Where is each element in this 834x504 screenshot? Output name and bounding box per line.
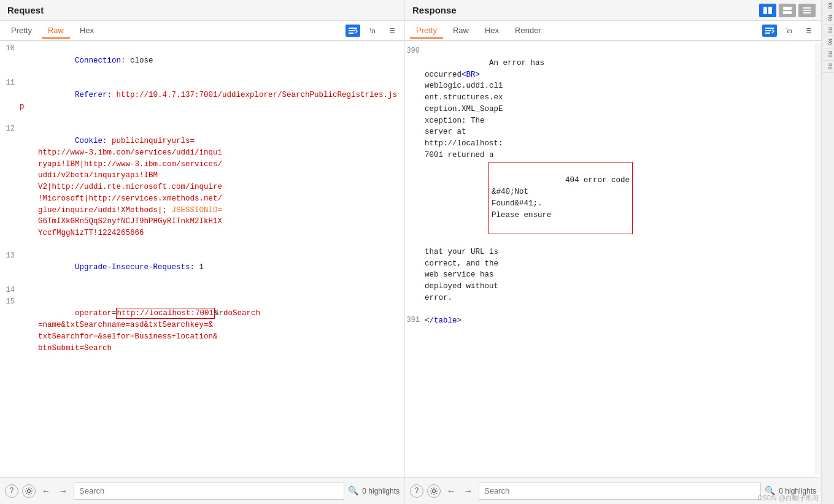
split-horizontal-icon[interactable] [779,4,796,17]
request-search-magnify-icon[interactable]: 🔍 [348,486,358,496]
wrap-icon-request[interactable] [346,25,360,37]
request-help-icon[interactable]: ? [5,484,18,498]
tab-pretty-response[interactable]: Pretty [410,23,443,39]
svg-point-14 [433,489,436,492]
svg-rect-13 [765,32,770,34]
response-settings-icon[interactable] [427,484,441,498]
line-13: 13 Upgrade-Insecure-Requests: 1 [0,251,404,285]
menu-icon-response[interactable]: ≡ [801,25,816,37]
request-toolbar: Pretty Raw Hex \n ≡ [0,21,404,41]
sidebar-item-r-5[interactable]: Re [822,61,834,73]
sidebar-item-r-0[interactable]: Re [822,0,834,12]
request-header: Request [0,0,404,21]
line-14: 14 [0,285,404,297]
request-content: 10 Connection: close 11 Referer: http://… [0,41,404,477]
newline-icon-response[interactable]: \n [782,25,797,37]
tab-raw-response[interactable]: Raw [447,23,475,39]
tab-hex-response[interactable]: Hex [479,23,505,39]
menu-icon-request[interactable]: ≡ [385,25,400,37]
request-settings-icon[interactable] [22,484,36,498]
line-12: 12 Cookie: publicinquiryurls= http://www… [0,124,404,250]
request-forward-btn[interactable]: → [56,484,70,498]
request-back-btn[interactable]: ← [39,484,53,498]
response-forward-btn[interactable]: → [461,484,475,498]
response-lines-area: 390 An error hasoccurred<BR>weblogic.udd… [405,44,815,475]
split-vertical-icon[interactable] [759,4,776,17]
watermark: CSDN @白帽子凯哥 [758,494,819,503]
response-help-icon[interactable]: ? [410,484,423,498]
sidebar-item-r-3[interactable]: Re [822,36,834,48]
menu-icon[interactable] [798,4,816,17]
response-content-390: An error hasoccurred<BR>weblogic.uddi.cl… [425,46,815,315]
response-back-btn[interactable]: ← [444,484,458,498]
svg-rect-6 [803,12,811,13]
svg-rect-12 [765,30,771,31]
svg-point-10 [28,489,31,492]
right-sidebar: Re Re Re Re Re Re [822,0,834,504]
svg-rect-2 [783,7,792,10]
line-11: 11 Referer: http://10.4.7.137:7001/uddie… [0,78,404,124]
response-search-input[interactable] [479,483,761,500]
line-10: 10 Connection: close [0,44,404,78]
response-title: Response [412,5,457,15]
svg-rect-1 [768,7,772,14]
sidebar-item-r-1[interactable]: Re [822,12,834,25]
response-content-391: </table> [425,315,815,327]
response-content: 390 An error hasoccurred<BR>weblogic.udd… [405,41,821,477]
top-right-icons [759,4,816,17]
tab-hex-request[interactable]: Hex [74,23,100,39]
svg-rect-0 [763,7,767,14]
request-search-bar: ? ← → 🔍 0 highlights [0,477,404,504]
response-line-390: 390 An error hasoccurred<BR>weblogic.udd… [405,46,815,315]
tab-raw-request[interactable]: Raw [42,23,70,39]
sidebar-item-r-2[interactable]: Re [822,25,834,37]
tab-render-response[interactable]: Render [509,23,547,39]
svg-rect-7 [349,28,357,29]
svg-rect-9 [349,32,353,34]
newline-icon-request[interactable]: \n [365,25,380,37]
response-line-391: 391 </table> [405,315,815,327]
response-scrollbar[interactable] [815,44,821,475]
tab-pretty-request[interactable]: Pretty [5,23,38,39]
svg-rect-3 [783,11,792,14]
sidebar-item-r-4[interactable]: Re [822,48,834,61]
svg-rect-8 [349,30,355,31]
svg-rect-5 [803,10,811,11]
svg-rect-11 [765,28,774,29]
request-highlights-label: 0 highlights [362,487,400,495]
response-highlight-box: 404 error code&#40;NotFound&#41;.Please … [489,162,632,234]
request-title: Request [7,5,44,15]
request-search-input[interactable] [74,483,344,500]
line-15: 15 operator=http://localhost:7001&rdoSea… [0,297,404,366]
wrap-icon-response[interactable] [762,25,777,37]
svg-rect-4 [803,7,811,9]
response-toolbar: Pretty Raw Hex Render \n ≡ [405,21,821,41]
